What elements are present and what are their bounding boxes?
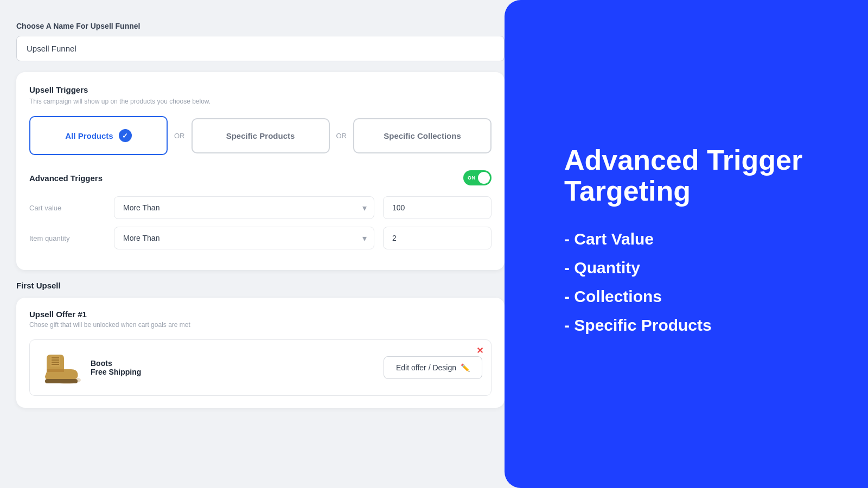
- or-label-2: OR: [336, 132, 347, 140]
- advanced-triggers-toggle[interactable]: ON: [463, 170, 492, 185]
- svg-rect-5: [45, 379, 78, 383]
- check-circle-icon: [119, 129, 132, 142]
- product-selector-row: All Products OR Specific Products OR Spe…: [29, 116, 492, 155]
- right-list-item-4: - Specific Products: [564, 314, 835, 336]
- item-quantity-label: Item quantity: [29, 234, 105, 242]
- funnel-name-input[interactable]: [16, 36, 505, 61]
- pencil-icon: ✏️: [461, 363, 470, 372]
- first-upsell-label: First Upsell: [16, 281, 505, 290]
- right-heading: Advanced Trigger Targeting: [564, 145, 835, 207]
- triggers-card-title: Upsell Triggers: [29, 85, 492, 94]
- right-list-item-3: - Collections: [564, 286, 835, 307]
- triggers-card: Upsell Triggers This campaign will show …: [16, 72, 505, 270]
- cart-value-label: Cart value: [29, 204, 105, 212]
- right-list-item-2: - Quantity: [564, 257, 835, 278]
- toggle-knob: [478, 172, 490, 184]
- left-panel: Choose A Name For Upsell Funnel Upsell T…: [0, 0, 521, 488]
- cart-value-input[interactable]: [383, 196, 492, 219]
- product-info: Boots Free Shipping: [91, 359, 384, 376]
- cart-value-condition-wrapper: More Than Less Than Equal To: [114, 196, 374, 219]
- item-quantity-condition-select[interactable]: More Than Less Than Equal To: [114, 227, 374, 249]
- name-label: Choose A Name For Upsell Funnel: [16, 22, 505, 30]
- or-label-1: OR: [174, 132, 185, 140]
- remove-button[interactable]: ✕: [476, 345, 483, 356]
- product-image: [39, 349, 82, 387]
- edit-offer-label: Edit offer / Design: [396, 363, 456, 372]
- product-name: Boots: [91, 359, 384, 368]
- all-products-button[interactable]: All Products: [29, 116, 168, 155]
- upsell-offer-title: Upsell Offer #1: [29, 310, 492, 319]
- triggers-card-subtitle: This campaign will show up on the produc…: [29, 98, 492, 105]
- cart-value-row: Cart value More Than Less Than Equal To: [29, 196, 492, 219]
- right-list-item-1: - Cart Value: [564, 228, 835, 249]
- item-quantity-input[interactable]: [383, 227, 492, 249]
- upsell-offer-subtitle: Chose gift that will be unlocked when ca…: [29, 321, 492, 329]
- right-list: - Cart Value - Quantity - Collections - …: [564, 228, 835, 343]
- advanced-triggers-title: Advanced Triggers: [29, 174, 103, 183]
- edit-offer-button[interactable]: Edit offer / Design ✏️: [384, 356, 482, 379]
- upsell-product-row: Boots Free Shipping ✕ Edit offer / Desig…: [29, 339, 492, 396]
- advanced-triggers-header: Advanced Triggers ON: [29, 170, 492, 185]
- specific-products-button[interactable]: Specific Products: [192, 118, 330, 153]
- toggle-on-text: ON: [468, 175, 476, 181]
- specific-products-label: Specific Products: [226, 131, 295, 140]
- cart-value-condition-select[interactable]: More Than Less Than Equal To: [114, 196, 374, 219]
- right-panel: Advanced Trigger Targeting - Cart Value …: [521, 0, 868, 488]
- specific-collections-button[interactable]: Specific Collections: [353, 118, 492, 153]
- item-quantity-row: Item quantity More Than Less Than Equal …: [29, 227, 492, 249]
- product-desc: Free Shipping: [91, 368, 384, 376]
- upsell-card: Upsell Offer #1 Chose gift that will be …: [16, 298, 505, 408]
- item-quantity-condition-wrapper: More Than Less Than Equal To: [114, 227, 374, 249]
- all-products-label: All Products: [65, 131, 113, 140]
- specific-collections-label: Specific Collections: [384, 131, 461, 140]
